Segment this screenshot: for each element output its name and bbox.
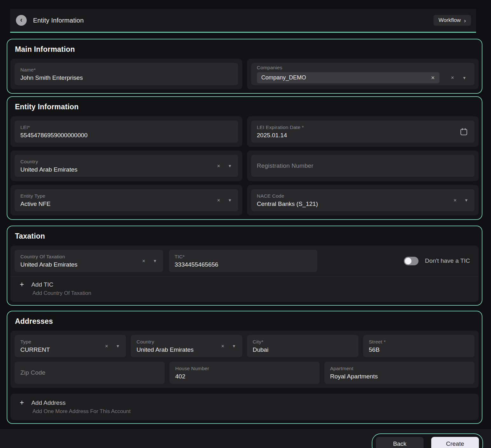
house-number-field[interactable]: House Number 402 (169, 362, 320, 384)
tic-value: 3334455465656 (175, 261, 312, 268)
companies-chip-row: Company_DEMO ✕ ✕ ▾ (257, 72, 469, 83)
back-button[interactable]: ‹ (16, 15, 27, 26)
nace-code-controls: ✕ ▾ (453, 197, 469, 203)
house-number-main: House Number 402 (175, 366, 314, 380)
plus-icon: + (20, 281, 24, 288)
chevron-down-icon[interactable]: ▾ (229, 163, 231, 169)
address-row-2: Zip Code House Number 402 Apartment Roya… (15, 362, 474, 384)
country-of-taxation-main: Country Of Taxation United Arab Emirates (20, 254, 138, 268)
lei-row: LEI* 55454786959000000000 LEI Expiration… (10, 116, 479, 147)
chevron-down-icon[interactable]: ▾ (229, 197, 231, 203)
entity-information-heading: Entity Information (15, 103, 474, 111)
city-label: City* (253, 339, 353, 345)
page-title: Entity Information (33, 17, 84, 24)
country-of-taxation-value: United Arab Emirates (20, 261, 138, 268)
chevron-down-icon[interactable]: ▾ (465, 197, 467, 203)
street-field[interactable]: Street * 56B (363, 335, 474, 357)
add-tic-label: Add TIC (31, 281, 53, 288)
address-country-label: Country (136, 339, 217, 345)
country-of-taxation-field[interactable]: Country Of Taxation United Arab Emirates… (15, 250, 163, 272)
address-type-field[interactable]: Type CURRENT ✕ ▾ (15, 335, 126, 357)
chevron-down-icon[interactable]: ▾ (233, 343, 235, 349)
add-tic-button[interactable]: + Add TIC (15, 281, 474, 288)
registration-number-panel: Registration Number (247, 151, 479, 181)
calendar-icon[interactable] (460, 127, 468, 136)
address-country-field[interactable]: Country United Arab Emirates ✕ ▾ (131, 335, 242, 357)
header-left: ‹ Entity Information (16, 15, 84, 26)
workflow-button[interactable]: Workflow › (433, 15, 471, 26)
create-button[interactable]: Create (431, 437, 479, 448)
address-type-controls: ✕ ▾ (105, 343, 120, 349)
header: ‹ Entity Information Workflow › (10, 9, 476, 33)
taxation-fields-row: Country Of Taxation United Arab Emirates… (15, 250, 474, 272)
lei-expiration-field[interactable]: LEI Expiration Date * 2025.01.14 (251, 120, 475, 143)
taxation-heading: Taxation (15, 232, 474, 241)
lei-panel: LEI* 55454786959000000000 (10, 116, 242, 147)
chevron-down-icon[interactable]: ▾ (463, 75, 466, 81)
clear-icon[interactable]: ✕ (451, 75, 454, 80)
clear-icon[interactable]: ✕ (453, 198, 457, 203)
tic-field[interactable]: TIC* 3334455465656 (169, 250, 317, 272)
clear-icon[interactable]: ✕ (217, 164, 220, 168)
entity-type-main: Entity Type Active NFE (20, 193, 213, 207)
country-row: Country United Arab Emirates ✕ ▾ Registr… (10, 151, 479, 181)
clear-icon[interactable]: ✕ (142, 259, 146, 263)
address-type-label: Type (20, 339, 101, 345)
zip-code-field[interactable]: Zip Code (15, 362, 165, 384)
nace-code-field[interactable]: NACE Code Central Banks (S_121) ✕ ▾ (251, 189, 475, 211)
back-button-footer[interactable]: Back (376, 437, 424, 448)
name-field-main: Name* John Smith Enterprises (20, 67, 232, 81)
apartment-main: Apartment Royal Apartments (330, 366, 469, 380)
country-of-taxation-label: Country Of Taxation (20, 254, 138, 260)
companies-label: Companies (257, 65, 469, 71)
chevron-left-icon: ‹ (20, 17, 22, 24)
country-controls: ✕ ▾ (217, 163, 232, 169)
entity-type-panel: Entity Type Active NFE ✕ ▾ (10, 185, 242, 215)
spacer (0, 33, 491, 39)
name-field[interactable]: Name* John Smith Enterprises (15, 63, 238, 85)
companies-field[interactable]: Companies Company_DEMO ✕ ✕ ▾ (251, 63, 475, 85)
lei-expiration-value: 2025.01.14 (257, 132, 456, 139)
chip-remove-icon[interactable]: ✕ (431, 75, 435, 81)
main-information-row: Name* John Smith Enterprises Companies C… (10, 59, 479, 89)
add-address-hint: Add One More Address For This Account (15, 408, 474, 415)
clear-icon[interactable]: ✕ (221, 344, 225, 349)
apartment-label: Apartment (330, 366, 469, 371)
chevron-down-icon[interactable]: ▾ (154, 258, 156, 264)
lei-label: LEI* (20, 125, 232, 130)
entity-type-value: Active NFE (20, 200, 213, 207)
company-chip-label: Company_DEMO (261, 74, 428, 81)
country-field[interactable]: Country United Arab Emirates ✕ ▾ (15, 155, 238, 177)
address-fields-panel: Type CURRENT ✕ ▾ Country United Arab Emi… (10, 331, 479, 388)
apartment-field[interactable]: Apartment Royal Apartments (324, 362, 474, 384)
add-address-button[interactable]: + Add Address (15, 399, 474, 406)
nace-code-value: Central Banks (S_121) (257, 200, 450, 207)
lei-field-main: LEI* 55454786959000000000 (20, 125, 232, 139)
street-label: Street * (369, 339, 469, 345)
section-taxation: Taxation Country Of Taxation United Arab… (7, 226, 482, 306)
clear-icon[interactable]: ✕ (105, 344, 108, 349)
address-type-main: Type CURRENT (20, 339, 101, 353)
entity-type-field[interactable]: Entity Type Active NFE ✕ ▾ (15, 189, 238, 211)
lei-value: 55454786959000000000 (20, 132, 232, 139)
tic-toggle-wrap: Don't have a TIC (404, 257, 474, 265)
city-field[interactable]: City* Dubai (247, 335, 358, 357)
companies-controls: ✕ ▾ (451, 75, 466, 81)
companies-field-main: Companies Company_DEMO ✕ ✕ ▾ (257, 65, 469, 83)
registration-number-field[interactable]: Registration Number (251, 155, 475, 177)
dont-have-tic-toggle[interactable] (404, 257, 418, 265)
chevron-down-icon[interactable]: ▾ (117, 343, 119, 349)
tic-label: TIC* (175, 254, 312, 260)
clear-icon[interactable]: ✕ (217, 198, 220, 203)
address-row-1: Type CURRENT ✕ ▾ Country United Arab Emi… (15, 335, 474, 357)
companies-panel: Companies Company_DEMO ✕ ✕ ▾ (247, 59, 479, 89)
zip-code-placeholder: Zip Code (20, 369, 159, 376)
country-of-taxation-controls: ✕ ▾ (142, 258, 157, 264)
country-panel: Country United Arab Emirates ✕ ▾ (10, 151, 242, 181)
plus-icon: + (20, 399, 24, 406)
nace-code-main: NACE Code Central Banks (S_121) (257, 193, 450, 207)
company-chip[interactable]: Company_DEMO ✕ (257, 72, 439, 83)
nace-code-label: NACE Code (257, 193, 450, 199)
footer-actions: Back Create (372, 433, 483, 448)
lei-field[interactable]: LEI* 55454786959000000000 (15, 120, 238, 143)
